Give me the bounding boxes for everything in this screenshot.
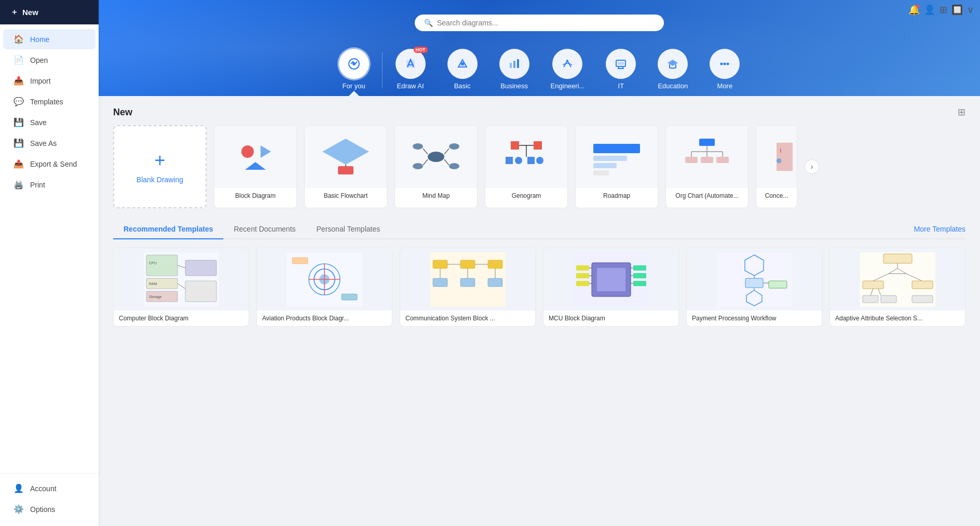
svg-point-34 (515, 157, 522, 164)
rec-card-adaptive[interactable]: Adaptive Attribute Selection S... (829, 248, 965, 327)
template-genogram[interactable]: Genogram (485, 125, 568, 208)
plus-icon: ＋ (10, 7, 18, 17)
communication-thumb (400, 248, 535, 311)
templates-next-arrow[interactable]: › (805, 159, 819, 174)
adaptive-thumb (830, 248, 965, 311)
category-education[interactable]: Education (647, 44, 699, 96)
category-edraw-ai-icon: HOT (396, 49, 426, 79)
svg-marker-15 (261, 145, 271, 158)
svg-rect-50 (777, 143, 793, 171)
svg-rect-30 (534, 141, 542, 150)
svg-rect-54 (146, 255, 178, 276)
payment-thumb (687, 248, 822, 311)
template-concept[interactable]: Conce... (756, 125, 797, 208)
svg-marker-16 (245, 162, 266, 170)
svg-rect-91 (633, 273, 646, 278)
sidebar-item-print[interactable]: 🖨️ Print (3, 174, 96, 195)
mind-map-thumb (395, 126, 477, 188)
svg-rect-41 (699, 139, 715, 146)
sidebar-item-account[interactable]: 👤 Account (3, 478, 96, 498)
svg-point-12 (724, 63, 726, 65)
svg-rect-58 (185, 281, 216, 302)
category-it[interactable]: IT (595, 44, 647, 96)
tab-recent[interactable]: Recent Documents (223, 220, 306, 239)
sidebar-item-open[interactable]: 📄 Open (3, 50, 96, 70)
concept-thumb (756, 126, 797, 188)
rec-card-communication[interactable]: Communication System Block ... (400, 248, 536, 327)
search-input[interactable] (437, 19, 655, 27)
export-icon: 📤 (13, 159, 24, 169)
more-templates-link[interactable]: More Templates (914, 225, 965, 233)
import-icon: 📥 (13, 76, 24, 86)
blank-drawing-card[interactable]: + Blank Drawing (113, 125, 207, 208)
window-button[interactable]: 🔲 (951, 4, 963, 16)
search-bar: 🔍 (114, 15, 964, 31)
svg-marker-17 (322, 139, 369, 165)
template-org-chart[interactable]: Org Chart (Automate... (665, 125, 748, 208)
category-engineering[interactable]: Engineeri... (540, 44, 595, 96)
template-block-diagram[interactable]: Block Diagram (214, 125, 297, 208)
rec-card-computer-block[interactable]: CPU RAM Storage Computer Block Diagram (113, 248, 249, 327)
template-roadmap[interactable]: Roadmap (575, 125, 658, 208)
sidebar-item-options[interactable]: ⚙️ Options (3, 499, 96, 519)
blank-plus-icon: + (154, 150, 165, 171)
tabs-row: Recommended Templates Recent Documents P… (113, 220, 965, 239)
notification-button[interactable]: 🔔 (908, 4, 920, 16)
svg-rect-88 (576, 273, 589, 278)
svg-rect-71 (342, 294, 357, 300)
category-for-you[interactable]: For you (328, 44, 380, 96)
sidebar-item-home[interactable]: 🏠 Home (3, 29, 96, 49)
category-it-icon (606, 49, 636, 79)
svg-rect-114 (912, 281, 933, 289)
sidebar-item-save-as[interactable]: 💾 Save As (3, 133, 96, 153)
file-icon: 📄 (13, 55, 24, 65)
tab-personal[interactable]: Personal Templates (306, 220, 391, 239)
sidebar-nav: 🏠 Home 📄 Open 📥 Import 💬 Templates 💾 Sav… (0, 24, 99, 473)
svg-rect-75 (488, 260, 502, 268)
new-button[interactable]: ＋ New (0, 0, 99, 24)
computer-block-thumb: CPU RAM Storage (114, 248, 249, 311)
svg-rect-119 (912, 295, 933, 303)
svg-point-1 (352, 62, 356, 65)
sidebar-item-save[interactable]: 💾 Save (3, 112, 96, 132)
profile-button[interactable]: 👤 (924, 4, 935, 16)
svg-rect-7 (517, 59, 519, 68)
template-basic-flowchart[interactable]: Basic Flowchart (304, 125, 387, 208)
category-edraw-ai[interactable]: HOT Edraw AI (385, 44, 437, 96)
tab-recommended[interactable]: Recommended Templates (113, 220, 223, 239)
category-more[interactable]: More (699, 44, 751, 96)
template-mind-map[interactable]: Mind Map (394, 125, 478, 208)
block-diagram-thumb (214, 126, 296, 188)
settings-grid-icon[interactable]: ⊞ (958, 106, 965, 118)
svg-rect-86 (597, 268, 625, 291)
grid-button[interactable]: ⊞ (940, 4, 947, 16)
svg-point-21 (413, 143, 423, 150)
rec-card-payment[interactable]: Payment Processing Workflow (686, 248, 822, 327)
svg-rect-10 (618, 62, 624, 65)
sidebar-item-import[interactable]: 📥 Import (3, 71, 96, 91)
svg-point-13 (727, 63, 729, 65)
new-section-title: New (113, 107, 132, 118)
options-icon: ⚙️ (13, 504, 24, 514)
rec-card-aviation[interactable]: Aviation Products Block Diagr... (256, 248, 392, 327)
svg-rect-70 (292, 258, 308, 264)
category-business[interactable]: Business (488, 44, 540, 96)
search-input-wrap: 🔍 (415, 15, 664, 31)
svg-rect-76 (433, 278, 447, 287)
svg-line-24 (423, 159, 428, 165)
category-basic[interactable]: Basic (437, 44, 488, 96)
svg-point-27 (449, 163, 459, 169)
print-icon: 🖨️ (13, 180, 24, 190)
sidebar-bottom: 👤 Account ⚙️ Options (0, 473, 99, 526)
svg-rect-118 (881, 295, 896, 303)
search-icon: 🔍 (424, 19, 433, 27)
sidebar-item-templates[interactable]: 💬 Templates (3, 91, 96, 112)
svg-point-14 (241, 145, 254, 158)
svg-point-8 (566, 60, 568, 62)
roadmap-thumb (576, 126, 658, 188)
category-for-you-icon (339, 49, 369, 79)
recommended-section: Recommended Templates Recent Documents P… (113, 220, 965, 327)
rec-card-mcu[interactable]: MCU Block Diagram (543, 248, 679, 327)
sidebar-item-export[interactable]: 📤 Export & Send (3, 154, 96, 174)
chevron-down-icon[interactable]: ∨ (967, 4, 974, 16)
